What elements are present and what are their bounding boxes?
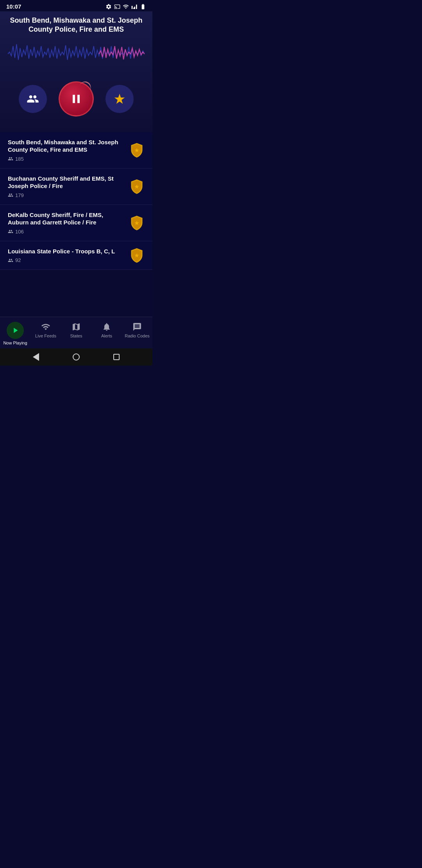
back-button[interactable]	[32, 353, 40, 361]
bottom-nav: Now Playing Live Feeds States Alerts	[0, 317, 152, 348]
feed-item-name: South Bend, Mishawaka and St. Joseph Cou…	[8, 138, 124, 154]
badge-icon: ★	[129, 247, 145, 263]
alerts-label: Alerts	[101, 334, 112, 338]
feed-item-name: Louisiana State Police - Troops B, C, L	[8, 247, 124, 255]
feed-item-listeners: 106	[8, 229, 124, 235]
live-feeds-label: Live Feeds	[35, 334, 56, 338]
badge-button[interactable]	[106, 85, 134, 113]
status-time: 10:07	[6, 3, 21, 10]
nav-now-playing[interactable]: Now Playing	[0, 320, 30, 347]
community-button[interactable]	[19, 85, 47, 113]
states-nav-icon	[71, 322, 81, 332]
home-button[interactable]	[72, 353, 80, 361]
settings-icon	[106, 4, 112, 10]
nav-states[interactable]: States	[61, 320, 91, 347]
badge-icon: ★	[129, 142, 145, 158]
content-spacer	[0, 270, 152, 317]
radio-codes-nav-icon	[132, 322, 142, 332]
svg-text:★: ★	[134, 147, 139, 153]
status-icons	[106, 4, 146, 10]
radio-codes-label: Radio Codes	[125, 334, 150, 338]
live-feeds-nav-icon	[41, 322, 51, 332]
feed-item-name: Buchanan County Sheriff and EMS, St Jose…	[8, 175, 124, 190]
nav-alerts[interactable]: Alerts	[91, 320, 122, 347]
android-nav	[0, 348, 152, 366]
wifi-icon	[123, 4, 129, 10]
now-playing-nav-icon	[7, 322, 24, 339]
signal-icon	[131, 4, 138, 10]
feed-item-listeners: 179	[8, 192, 124, 198]
states-label: States	[70, 334, 82, 338]
now-playing-label: Now Playing	[3, 341, 27, 345]
feed-item[interactable]: South Bend, Mishawaka and St. Joseph Cou…	[0, 132, 152, 169]
listeners-icon	[8, 229, 13, 234]
listeners-icon	[8, 258, 13, 263]
svg-point-0	[118, 97, 122, 101]
feed-item[interactable]: DeKalb County Sheriff, Fire / EMS, Aubur…	[0, 205, 152, 241]
recents-button[interactable]	[113, 353, 120, 361]
status-bar: 10:07	[0, 0, 152, 11]
alerts-nav-icon	[102, 322, 112, 332]
page-title: South Bend, Mishawaka and St. Joseph Cou…	[8, 16, 145, 34]
feed-item[interactable]: Louisiana State Police - Troops B, C, L …	[0, 241, 152, 270]
svg-text:★: ★	[134, 183, 139, 189]
header-section: South Bend, Mishawaka and St. Joseph Cou…	[0, 11, 152, 132]
listeners-icon	[8, 156, 13, 161]
battery-icon	[140, 4, 146, 10]
player-controls	[8, 77, 145, 124]
cast-icon	[114, 4, 120, 10]
badge-icon: ★	[129, 179, 145, 194]
pause-button[interactable]	[59, 81, 94, 117]
feed-list: South Bend, Mishawaka and St. Joseph Cou…	[0, 132, 152, 270]
feed-item[interactable]: Buchanan County Sheriff and EMS, St Jose…	[0, 169, 152, 205]
svg-text:★: ★	[134, 220, 139, 226]
feed-item-listeners: 92	[8, 257, 124, 263]
nav-radio-codes[interactable]: Radio Codes	[122, 320, 152, 347]
listeners-icon	[8, 192, 13, 198]
feed-item-listeners: 185	[8, 156, 124, 162]
feed-item-name: DeKalb County Sheriff, Fire / EMS, Aubur…	[8, 211, 124, 226]
nav-live-feeds[interactable]: Live Feeds	[30, 320, 61, 347]
svg-text:★: ★	[134, 253, 139, 258]
waveform	[8, 38, 145, 70]
badge-icon: ★	[129, 215, 145, 231]
